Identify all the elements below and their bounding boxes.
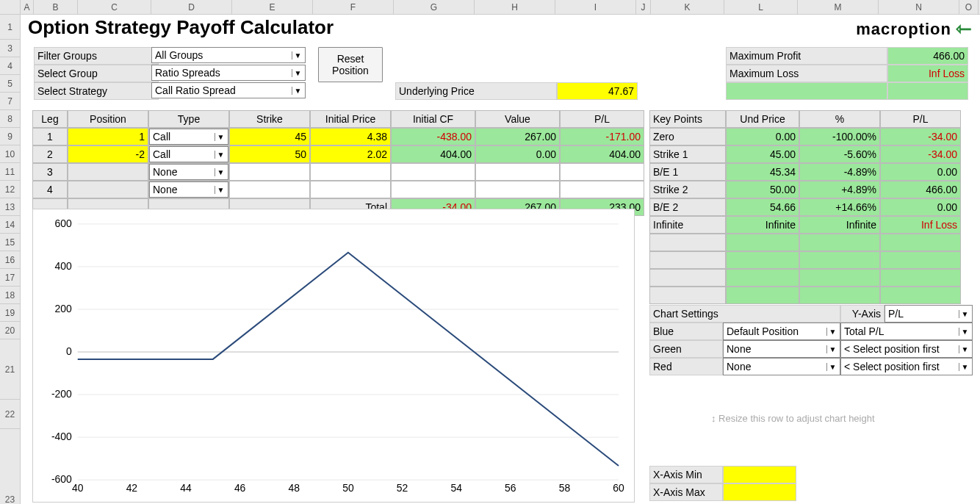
svg-text:52: 52 [397, 482, 408, 494]
svg-text:54: 54 [450, 482, 462, 494]
leg-initprice-input[interactable]: 4.38 [310, 128, 391, 145]
chevron-down-icon: ▼ [215, 133, 226, 141]
chevron-down-icon: ▼ [826, 363, 838, 371]
legs-col-leg: Leg [32, 110, 68, 128]
select-group-dropdown[interactable]: Ratio Spreads▼ [151, 65, 306, 81]
leg-strike-input[interactable]: 50 [229, 145, 310, 163]
chevron-down-icon: ▼ [292, 69, 303, 77]
reset-position-button[interactable]: Reset Position [318, 47, 383, 82]
chevron-down-icon: ▼ [959, 328, 970, 336]
keypoints-table: Key PointsUnd Price%P/L Zero0.00-100.00%… [649, 110, 961, 304]
leg-position-input[interactable] [68, 163, 148, 181]
leg-type-dropdown[interactable]: None▼ [148, 181, 229, 198]
chart-settings-header: Chart Settings [649, 305, 840, 323]
legs-col-initial-cf: Initial CF [391, 110, 475, 128]
chart-metric-dropdown[interactable]: < Select position first▼ [840, 340, 973, 358]
svg-text:44: 44 [180, 482, 192, 494]
resize-hint: ↕ Resize this row to adjust chart height [711, 413, 875, 424]
svg-text:48: 48 [289, 482, 300, 494]
leg-type-dropdown[interactable]: None▼ [148, 163, 229, 181]
max-loss-label: Maximum Loss [726, 65, 887, 82]
column-headers: ABCDEFGHIJKLMNO [0, 0, 980, 15]
leg-row: 11Call▼454.38-438.00267.00-171.00 [32, 128, 644, 145]
svg-text:0: 0 [66, 345, 72, 357]
leg-position-input[interactable]: 1 [68, 128, 148, 145]
legs-col-type: Type [148, 110, 229, 128]
chart-settings: Chart Settings Y-Axis P/L▼ BlueDefault P… [649, 305, 973, 375]
chart-series-label: Blue [649, 323, 723, 340]
chevron-down-icon: ▼ [215, 168, 226, 176]
svg-text:60: 60 [613, 482, 624, 494]
chart-series-dropdown[interactable]: Default Position▼ [723, 323, 840, 340]
filter-groups-label: Filter Groups [34, 47, 159, 65]
chevron-down-icon: ▼ [292, 51, 303, 60]
yaxis-label: Y-Axis [840, 305, 884, 323]
max-profit-value: 466.00 [887, 47, 968, 65]
chevron-down-icon: ▼ [292, 87, 303, 95]
leg-row: 2-2Call▼502.02404.000.00404.00 [32, 145, 644, 163]
keypoint-row: InfiniteInfiniteInfiniteInf Loss [649, 216, 961, 234]
chart-metric-dropdown[interactable]: Total P/L▼ [840, 323, 973, 340]
leg-strike-input[interactable]: 45 [229, 128, 310, 145]
leg-strike-input [229, 181, 310, 198]
legs-col-initial-price: Initial Price [310, 110, 391, 128]
leg-initprice-input[interactable]: 2.02 [310, 145, 391, 163]
select-strategy-label: Call Ratio SpreadSelect Strategy [34, 82, 159, 100]
yaxis-dropdown[interactable]: P/L▼ [884, 305, 973, 323]
keypoint-row: B/E 145.34-4.89%0.00 [649, 163, 961, 181]
chart-metric-dropdown[interactable]: < Select position first▼ [840, 358, 973, 375]
xaxis-min-label: X-Axis Min [649, 466, 723, 483]
chart-series-label: Green [649, 340, 723, 358]
xaxis-min-input[interactable] [723, 466, 796, 483]
leg-row: 4None▼ [32, 181, 644, 198]
svg-text:-400: -400 [51, 431, 72, 442]
svg-text:400: 400 [55, 260, 72, 272]
underlying-price-label: Underlying Price [395, 82, 557, 100]
chart-series-label: Red [649, 358, 723, 375]
legs-col-p-l: P/L [560, 110, 644, 128]
select-strategy-dropdown[interactable]: Call Ratio Spread▼ [151, 82, 306, 98]
svg-text:200: 200 [55, 303, 72, 314]
leg-position-input[interactable]: -2 [68, 145, 148, 163]
keypoint-row: Zero0.00-100.00%-34.00 [649, 128, 961, 145]
xaxis-max-label: X-Axis Max [649, 483, 723, 501]
legs-col-strike: Strike [229, 110, 310, 128]
payoff-chart: -600-400-2000200400600404244464850525456… [32, 209, 635, 503]
leg-type-dropdown[interactable]: Call▼ [148, 128, 229, 145]
chevron-down-icon: ▼ [215, 186, 226, 194]
svg-text:40: 40 [72, 482, 84, 494]
xaxis-max-input[interactable] [723, 483, 796, 501]
svg-text:46: 46 [234, 482, 246, 494]
svg-text:50: 50 [342, 482, 354, 494]
keypoint-row: Strike 145.00-5.60%-34.00 [649, 145, 961, 163]
chevron-down-icon: ▼ [215, 151, 226, 159]
svg-text:42: 42 [126, 482, 138, 494]
chart-series-dropdown[interactable]: None▼ [723, 358, 840, 375]
chevron-down-icon: ▼ [826, 328, 838, 336]
chevron-down-icon: ▼ [959, 345, 970, 353]
page-title: Option Strategy Payoff Calculator [28, 15, 334, 40]
leg-type-dropdown[interactable]: Call▼ [148, 145, 229, 163]
svg-text:600: 600 [55, 217, 72, 229]
svg-text:56: 56 [505, 482, 516, 494]
select-group-label: Select Group [34, 65, 159, 82]
leg-initprice-input [310, 181, 391, 198]
svg-text:-200: -200 [51, 388, 72, 400]
filter-groups-dropdown[interactable]: All Groups▼ [151, 47, 306, 63]
leg-position-input[interactable] [68, 181, 148, 198]
legs-col-position: Position [68, 110, 148, 128]
underlying-price-input[interactable]: 47.67 [557, 82, 638, 100]
max-loss-value: Inf Loss [887, 65, 968, 82]
chevron-down-icon: ▼ [959, 310, 970, 318]
leg-initprice-input [310, 163, 391, 181]
row-headers: 134578910111213141516171819202122232425 [0, 15, 21, 504]
legs-table: LegPositionTypeStrikeInitial PriceInitia… [32, 110, 644, 216]
logo: macroption⇽ [856, 18, 973, 40]
svg-text:58: 58 [559, 482, 571, 494]
svg-text:-600: -600 [51, 473, 72, 485]
chevron-down-icon: ▼ [826, 345, 838, 353]
chart-series-dropdown[interactable]: None▼ [723, 340, 840, 358]
legs-col-value: Value [475, 110, 560, 128]
keypoint-row: B/E 254.66+14.66%0.00 [649, 198, 961, 216]
max-profit-label: Maximum Profit [726, 47, 887, 65]
